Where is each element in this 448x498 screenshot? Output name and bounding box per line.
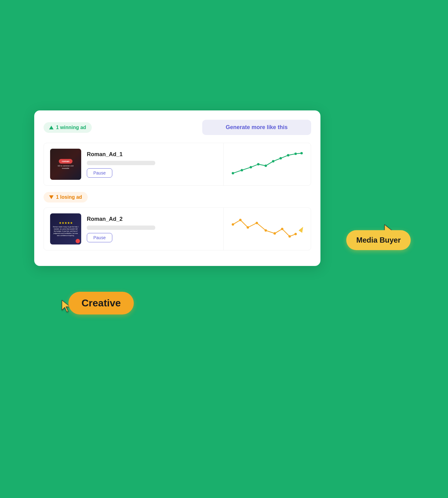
svg-point-13 xyxy=(256,222,258,224)
svg-point-1 xyxy=(241,169,243,171)
svg-point-12 xyxy=(247,226,249,229)
ad-row-1: roman ED is common andtreatable Roman_Ad… xyxy=(44,143,311,186)
svg-point-4 xyxy=(264,165,267,167)
winning-badge: 1 winning ad xyxy=(44,122,92,133)
ad-thumbnail-2: ★★★★★ Roman made it easy to get the help… xyxy=(50,213,81,244)
ad-bar-1 xyxy=(87,161,155,165)
svg-point-8 xyxy=(294,153,297,155)
svg-point-11 xyxy=(239,219,242,221)
svg-point-0 xyxy=(232,172,234,175)
main-card: 1 winning ad Generate more like this rom… xyxy=(34,110,320,266)
ad-row-2: ★★★★★ Roman made it easy to get the help… xyxy=(44,207,311,250)
svg-point-2 xyxy=(250,166,252,169)
ad-name-1: Roman_Ad_1 xyxy=(87,151,155,158)
triangle-down-icon xyxy=(49,195,54,199)
losing-badge-label: 1 losing ad xyxy=(56,194,82,200)
svg-point-18 xyxy=(294,233,297,235)
svg-point-15 xyxy=(273,232,276,235)
triangle-up-icon xyxy=(49,126,54,129)
ad-details-1: Roman_Ad_1 Pause xyxy=(87,151,155,178)
chart-area-2 xyxy=(224,208,311,250)
losing-badge: 1 losing ad xyxy=(44,192,88,202)
thumbnail-stars: ★★★★★ xyxy=(59,221,73,225)
ad-name-2: Roman_Ad_2 xyxy=(87,216,155,222)
generate-more-button[interactable]: Generate more like this xyxy=(202,120,311,135)
svg-point-17 xyxy=(288,235,291,238)
creative-pill[interactable]: Creative xyxy=(68,292,134,314)
losing-ad-section: ★★★★★ Roman made it easy to get the help… xyxy=(44,207,311,250)
svg-marker-19 xyxy=(299,227,303,233)
ad-details-2: Roman_Ad_2 Pause xyxy=(87,216,155,242)
svg-point-7 xyxy=(287,154,289,156)
svg-point-9 xyxy=(301,152,303,155)
ad-info-1: roman ED is common andtreatable Roman_Ad… xyxy=(44,143,224,185)
chart-winning xyxy=(230,147,305,181)
top-bar: 1 winning ad Generate more like this xyxy=(44,120,311,135)
thumbnail-ad2-text: Roman made it easy to get the help I nee… xyxy=(53,226,79,237)
pause-button-2[interactable]: Pause xyxy=(87,233,112,242)
svg-point-14 xyxy=(264,229,267,232)
ad-bar-2 xyxy=(87,226,155,230)
thumbnail-text: ED is common andtreatable xyxy=(58,165,74,170)
winning-ad-section: roman ED is common andtreatable Roman_Ad… xyxy=(44,143,311,186)
svg-point-10 xyxy=(232,223,234,226)
thumbnail-badge xyxy=(76,239,80,243)
chart-losing xyxy=(230,212,305,246)
media-buyer-pill[interactable]: Media Buyer xyxy=(346,230,411,250)
winning-badge-label: 1 winning ad xyxy=(56,125,86,130)
svg-point-16 xyxy=(281,228,283,230)
ad-thumbnail-1: roman ED is common andtreatable xyxy=(50,149,81,180)
svg-point-3 xyxy=(257,163,259,165)
svg-point-6 xyxy=(279,157,282,160)
thumbnail-pill: roman xyxy=(59,159,72,164)
ad-info-2: ★★★★★ Roman made it easy to get the help… xyxy=(44,208,224,250)
svg-point-5 xyxy=(272,160,274,163)
chart-area-1 xyxy=(224,143,311,185)
pause-button-1[interactable]: Pause xyxy=(87,168,112,178)
